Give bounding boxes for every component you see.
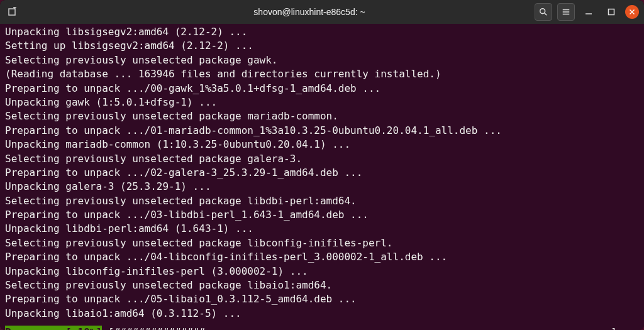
terminal-output-line: Unpacking mariadb-common (1:10.3.25-0ubu… bbox=[5, 138, 639, 151]
titlebar-left bbox=[5, 4, 93, 19]
terminal-output-line: Unpacking libconfig-inifiles-perl (3.000… bbox=[5, 265, 639, 278]
maximize-button[interactable] bbox=[602, 3, 620, 21]
svg-line-4 bbox=[545, 13, 547, 16]
terminal-output-line: Preparing to unpack .../02-galera-3_25.3… bbox=[5, 166, 639, 180]
terminal-output-line: Preparing to unpack .../03-libdbi-perl_1… bbox=[5, 208, 639, 222]
menu-button[interactable] bbox=[557, 3, 575, 21]
terminal-output-line: Setting up libsigsegv2:amd64 (2.12-2) ..… bbox=[5, 39, 639, 53]
terminal-window: shovon@linuxhint-e86c5d: ~ Unpacking lib… bbox=[0, 0, 644, 330]
terminal-output-line: Selecting previously unselected package … bbox=[5, 278, 639, 292]
terminal-output-line: Selecting previously unselected package … bbox=[5, 152, 639, 166]
terminal-output-line: Selecting previously unselected package … bbox=[5, 194, 639, 208]
terminal-output-line: (Reading database ... 163946 files and d… bbox=[5, 67, 639, 81]
terminal-output-line: Preparing to unpack .../04-libconfig-ini… bbox=[5, 250, 639, 264]
svg-rect-9 bbox=[609, 9, 614, 15]
terminal-content[interactable]: Unpacking libsigsegv2:amd64 (2.12-2) ...… bbox=[0, 24, 644, 330]
svg-rect-0 bbox=[9, 9, 15, 15]
titlebar-right bbox=[526, 3, 639, 21]
terminal-output-line: Unpacking libdbi-perl:amd64 (1.643-1) ..… bbox=[5, 222, 639, 236]
terminal-output-line: Selecting previously unselected package … bbox=[5, 53, 639, 67]
terminal-output-line: Selecting previously unselected package … bbox=[5, 236, 639, 250]
close-button[interactable] bbox=[625, 5, 639, 19]
terminal-output-line: Unpacking libaio1:amd64 (0.3.112-5) ... bbox=[5, 307, 639, 321]
svg-point-3 bbox=[540, 9, 545, 14]
progress-line: Progress: [ 18%] [###############.......… bbox=[5, 326, 639, 330]
progress-bar: [###############........................… bbox=[102, 326, 623, 330]
terminal-output-line: Preparing to unpack .../00-gawk_1%3a5.0.… bbox=[5, 82, 639, 96]
new-tab-button[interactable] bbox=[5, 4, 20, 19]
progress-percent: Progress: [ 18%] bbox=[5, 326, 102, 330]
search-button[interactable] bbox=[535, 3, 552, 21]
terminal-output-line: Preparing to unpack .../01-mariadb-commo… bbox=[5, 124, 639, 138]
terminal-output-line: Unpacking gawk (1:5.0.1+dfsg-1) ... bbox=[5, 96, 639, 109]
minimize-button[interactable] bbox=[580, 3, 597, 21]
terminal-output-line: Preparing to unpack .../05-libaio1_0.3.1… bbox=[5, 292, 639, 306]
terminal-output-line: Unpacking libsigsegv2:amd64 (2.12-2) ... bbox=[5, 25, 639, 39]
terminal-output-line: Unpacking galera-3 (25.3.29-1) ... bbox=[5, 180, 639, 194]
terminal-output-line: Selecting previously unselected package … bbox=[5, 109, 639, 123]
titlebar: shovon@linuxhint-e86c5d: ~ bbox=[0, 0, 644, 24]
window-title: shovon@linuxhint-e86c5d: ~ bbox=[93, 7, 526, 17]
